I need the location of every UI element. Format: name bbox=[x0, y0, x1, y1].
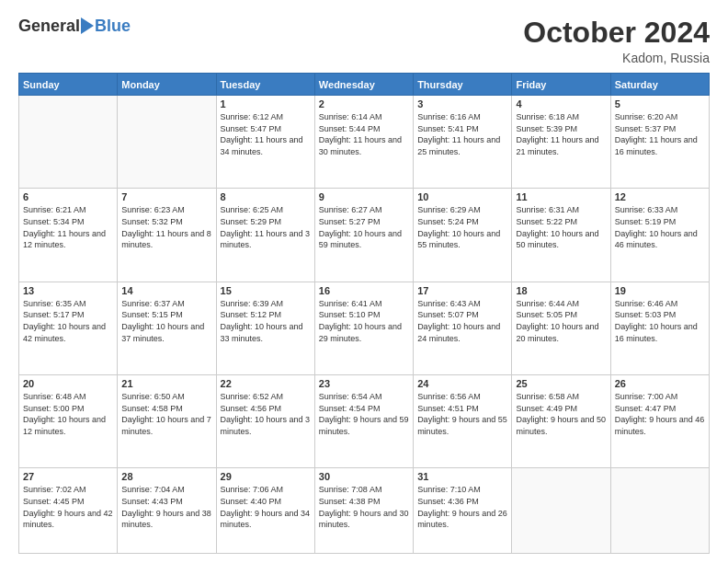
day-number: 13 bbox=[23, 285, 113, 296]
day-detail: Sunrise: 6:18 AM Sunset: 5:39 PM Dayligh… bbox=[516, 111, 606, 157]
table-row: 25Sunrise: 6:58 AM Sunset: 4:49 PM Dayli… bbox=[512, 375, 610, 468]
day-detail: Sunrise: 6:37 AM Sunset: 5:15 PM Dayligh… bbox=[121, 298, 211, 344]
table-row: 14Sunrise: 6:37 AM Sunset: 5:15 PM Dayli… bbox=[118, 282, 216, 374]
day-number: 10 bbox=[417, 191, 507, 202]
day-number: 18 bbox=[516, 285, 606, 296]
logo-text: General Blue bbox=[18, 17, 131, 36]
day-number: 11 bbox=[516, 191, 606, 202]
table-row: 9Sunrise: 6:27 AM Sunset: 5:27 PM Daylig… bbox=[314, 189, 413, 282]
day-number: 8 bbox=[221, 191, 311, 202]
day-detail: Sunrise: 6:20 AM Sunset: 5:37 PM Dayligh… bbox=[615, 111, 705, 157]
day-number: 28 bbox=[121, 471, 211, 482]
table-row: 17Sunrise: 6:43 AM Sunset: 5:07 PM Dayli… bbox=[414, 282, 512, 374]
table-row: 20Sunrise: 6:48 AM Sunset: 5:00 PM Dayli… bbox=[19, 375, 118, 468]
day-detail: Sunrise: 6:33 AM Sunset: 5:19 PM Dayligh… bbox=[615, 204, 705, 250]
day-number: 17 bbox=[417, 285, 507, 296]
table-row: 2Sunrise: 6:14 AM Sunset: 5:44 PM Daylig… bbox=[314, 96, 413, 189]
day-detail: Sunrise: 7:02 AM Sunset: 4:45 PM Dayligh… bbox=[23, 484, 113, 530]
day-detail: Sunrise: 6:29 AM Sunset: 5:24 PM Dayligh… bbox=[417, 204, 507, 250]
day-detail: Sunrise: 6:23 AM Sunset: 5:32 PM Dayligh… bbox=[121, 204, 211, 250]
table-row bbox=[118, 96, 216, 189]
calendar-page: General Blue October 2024 Kadom, Russia … bbox=[0, 0, 728, 563]
logo-icon bbox=[81, 17, 94, 34]
day-detail: Sunrise: 6:56 AM Sunset: 4:51 PM Dayligh… bbox=[417, 391, 507, 437]
header-row: Sunday Monday Tuesday Wednesday Thursday… bbox=[19, 74, 710, 96]
month-title: October 2024 bbox=[523, 17, 710, 49]
day-number: 19 bbox=[615, 285, 705, 296]
day-detail: Sunrise: 7:10 AM Sunset: 4:36 PM Dayligh… bbox=[417, 484, 507, 530]
day-detail: Sunrise: 6:21 AM Sunset: 5:34 PM Dayligh… bbox=[23, 204, 113, 250]
table-row: 6Sunrise: 6:21 AM Sunset: 5:34 PM Daylig… bbox=[19, 189, 118, 282]
logo-general: General bbox=[18, 17, 80, 36]
col-sunday: Sunday bbox=[19, 74, 118, 96]
table-row: 22Sunrise: 6:52 AM Sunset: 4:56 PM Dayli… bbox=[216, 375, 314, 468]
day-number: 4 bbox=[516, 98, 606, 109]
logo: General Blue bbox=[18, 17, 131, 36]
day-detail: Sunrise: 6:27 AM Sunset: 5:27 PM Dayligh… bbox=[319, 204, 409, 250]
day-detail: Sunrise: 6:52 AM Sunset: 4:56 PM Dayligh… bbox=[221, 391, 311, 437]
col-saturday: Saturday bbox=[610, 74, 709, 96]
day-number: 1 bbox=[221, 98, 311, 109]
day-number: 2 bbox=[319, 98, 409, 109]
day-number: 22 bbox=[221, 378, 311, 389]
day-number: 5 bbox=[615, 98, 705, 109]
day-detail: Sunrise: 6:44 AM Sunset: 5:05 PM Dayligh… bbox=[516, 298, 606, 344]
col-friday: Friday bbox=[512, 74, 610, 96]
table-row: 8Sunrise: 6:25 AM Sunset: 5:29 PM Daylig… bbox=[216, 189, 314, 282]
day-detail: Sunrise: 6:12 AM Sunset: 5:47 PM Dayligh… bbox=[221, 111, 311, 157]
day-number: 14 bbox=[121, 285, 211, 296]
table-row: 26Sunrise: 7:00 AM Sunset: 4:47 PM Dayli… bbox=[610, 375, 709, 468]
day-number: 27 bbox=[23, 471, 113, 482]
day-number: 24 bbox=[417, 378, 507, 389]
day-detail: Sunrise: 6:46 AM Sunset: 5:03 PM Dayligh… bbox=[615, 298, 705, 344]
day-number: 25 bbox=[516, 378, 606, 389]
table-row: 27Sunrise: 7:02 AM Sunset: 4:45 PM Dayli… bbox=[19, 468, 118, 554]
day-detail: Sunrise: 7:06 AM Sunset: 4:40 PM Dayligh… bbox=[221, 484, 311, 530]
table-row: 21Sunrise: 6:50 AM Sunset: 4:58 PM Dayli… bbox=[118, 375, 216, 468]
table-row: 3Sunrise: 6:16 AM Sunset: 5:41 PM Daylig… bbox=[414, 96, 512, 189]
table-row bbox=[610, 468, 709, 554]
table-row: 19Sunrise: 6:46 AM Sunset: 5:03 PM Dayli… bbox=[610, 282, 709, 374]
table-row bbox=[19, 96, 118, 189]
day-number: 7 bbox=[121, 191, 211, 202]
table-row: 1Sunrise: 6:12 AM Sunset: 5:47 PM Daylig… bbox=[216, 96, 314, 189]
day-detail: Sunrise: 6:48 AM Sunset: 5:00 PM Dayligh… bbox=[23, 391, 113, 437]
table-row: 15Sunrise: 6:39 AM Sunset: 5:12 PM Dayli… bbox=[216, 282, 314, 374]
table-row: 11Sunrise: 6:31 AM Sunset: 5:22 PM Dayli… bbox=[512, 189, 610, 282]
day-detail: Sunrise: 6:31 AM Sunset: 5:22 PM Dayligh… bbox=[516, 204, 606, 250]
table-row: 18Sunrise: 6:44 AM Sunset: 5:05 PM Dayli… bbox=[512, 282, 610, 374]
location-subtitle: Kadom, Russia bbox=[523, 51, 710, 65]
day-detail: Sunrise: 6:39 AM Sunset: 5:12 PM Dayligh… bbox=[221, 298, 311, 344]
col-thursday: Thursday bbox=[414, 74, 512, 96]
day-number: 16 bbox=[319, 285, 409, 296]
table-row: 29Sunrise: 7:06 AM Sunset: 4:40 PM Dayli… bbox=[216, 468, 314, 554]
day-detail: Sunrise: 7:04 AM Sunset: 4:43 PM Dayligh… bbox=[121, 484, 211, 530]
day-detail: Sunrise: 6:14 AM Sunset: 5:44 PM Dayligh… bbox=[319, 111, 409, 157]
day-detail: Sunrise: 6:58 AM Sunset: 4:49 PM Dayligh… bbox=[516, 391, 606, 437]
table-row: 7Sunrise: 6:23 AM Sunset: 5:32 PM Daylig… bbox=[118, 189, 216, 282]
day-number: 3 bbox=[417, 98, 507, 109]
day-detail: Sunrise: 6:54 AM Sunset: 4:54 PM Dayligh… bbox=[319, 391, 409, 437]
day-number: 9 bbox=[319, 191, 409, 202]
table-row: 30Sunrise: 7:08 AM Sunset: 4:38 PM Dayli… bbox=[314, 468, 413, 554]
col-wednesday: Wednesday bbox=[314, 74, 413, 96]
day-detail: Sunrise: 6:43 AM Sunset: 5:07 PM Dayligh… bbox=[417, 298, 507, 344]
table-row: 10Sunrise: 6:29 AM Sunset: 5:24 PM Dayli… bbox=[414, 189, 512, 282]
table-row: 16Sunrise: 6:41 AM Sunset: 5:10 PM Dayli… bbox=[314, 282, 413, 374]
day-number: 12 bbox=[615, 191, 705, 202]
day-detail: Sunrise: 7:00 AM Sunset: 4:47 PM Dayligh… bbox=[615, 391, 705, 437]
calendar-table: Sunday Monday Tuesday Wednesday Thursday… bbox=[18, 73, 710, 554]
table-row: 5Sunrise: 6:20 AM Sunset: 5:37 PM Daylig… bbox=[610, 96, 709, 189]
day-number: 6 bbox=[23, 191, 113, 202]
day-number: 29 bbox=[221, 471, 311, 482]
table-row: 24Sunrise: 6:56 AM Sunset: 4:51 PM Dayli… bbox=[414, 375, 512, 468]
header: General Blue October 2024 Kadom, Russia bbox=[18, 17, 710, 65]
table-row: 23Sunrise: 6:54 AM Sunset: 4:54 PM Dayli… bbox=[314, 375, 413, 468]
table-row: 28Sunrise: 7:04 AM Sunset: 4:43 PM Dayli… bbox=[118, 468, 216, 554]
day-detail: Sunrise: 6:25 AM Sunset: 5:29 PM Dayligh… bbox=[221, 204, 311, 250]
day-number: 31 bbox=[417, 471, 507, 482]
table-row: 13Sunrise: 6:35 AM Sunset: 5:17 PM Dayli… bbox=[19, 282, 118, 374]
col-tuesday: Tuesday bbox=[216, 74, 314, 96]
day-number: 20 bbox=[23, 378, 113, 389]
table-row: 31Sunrise: 7:10 AM Sunset: 4:36 PM Dayli… bbox=[414, 468, 512, 554]
